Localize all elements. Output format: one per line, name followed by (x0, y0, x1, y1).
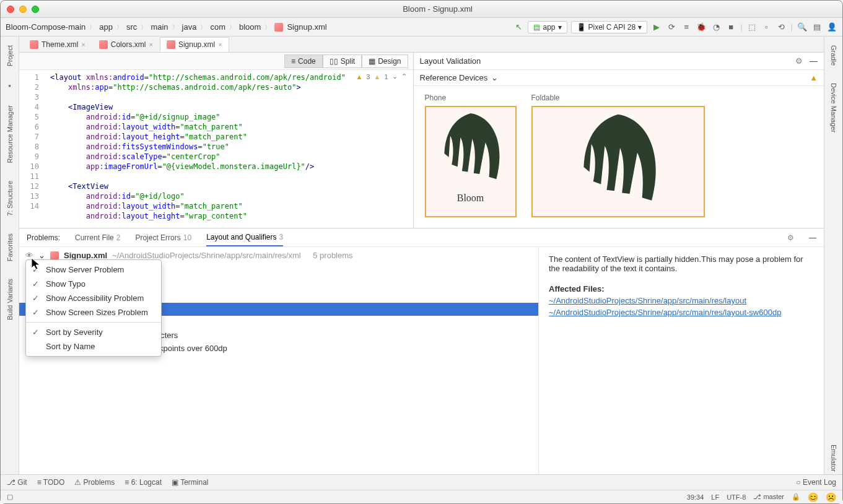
sidebar-tab-project[interactable]: Project (5, 43, 15, 69)
left-tool-gutter: Project ▪ Resource Manager 7: Structure … (1, 37, 19, 474)
hammer-icon[interactable]: ↖ (513, 22, 524, 33)
view-mode-code[interactable]: ≡ Code (284, 54, 323, 68)
inspection-happy-icon[interactable]: 😊 (808, 492, 818, 502)
inspection-sad-icon[interactable]: ☹️ (826, 492, 836, 502)
device-phone-label: Phone (425, 93, 517, 102)
cursor-icon (30, 257, 43, 272)
view-mode-split[interactable]: ▯▯ Split (323, 54, 362, 68)
xml-file-icon (274, 23, 283, 32)
close-icon[interactable]: × (81, 41, 85, 48)
git-tool[interactable]: ⎇ Git (7, 478, 27, 487)
file-encoding[interactable]: UTF-8 (727, 493, 746, 501)
maximize-window-button[interactable] (32, 6, 39, 13)
apply-changes-icon[interactable]: ⟳ (666, 22, 677, 33)
minimize-window-button[interactable] (19, 6, 27, 13)
logcat-tool[interactable]: ≡ 6: Logcat (124, 478, 162, 487)
close-icon[interactable]: × (218, 41, 222, 48)
file-tabs: Theme.xml× Colors.xml× Signup.xml× (19, 37, 824, 53)
xml-file-icon (99, 40, 108, 49)
reference-devices-label: Reference Devices (420, 73, 488, 82)
lock-icon[interactable]: 🔒 (792, 493, 800, 501)
terminal-tool[interactable]: ▣ Terminal (172, 478, 208, 487)
layout-validation-title: Layout Validation (420, 56, 481, 66)
ptab-project-errors[interactable]: Project Errors10 (135, 230, 191, 246)
xml-file-icon (50, 251, 59, 260)
sidebar-tab-resource-manager[interactable]: Resource Manager (5, 103, 15, 166)
bottom-tool-bar: ⎇ Git ≡ TODO ⚠ Problems ≡ 6: Logcat ▣ Te… (1, 474, 842, 490)
ptab-current-file[interactable]: Current File2 (75, 230, 120, 246)
ctx-menu-item[interactable]: ✓Show Typo (26, 277, 161, 291)
minimize-icon[interactable]: — (810, 56, 818, 66)
sidebar-tab-favorites[interactable]: Favorites (5, 231, 15, 264)
status-bar: ▢ 39:34 LF UTF-8 ⎇ master 🔒 😊 ☹️ (1, 490, 842, 503)
device-dropdown[interactable]: 📱Pixel C API 28▾ (571, 21, 648, 33)
account-icon[interactable]: 👤 (826, 22, 837, 33)
gear-icon[interactable]: ⚙ (795, 56, 803, 66)
sidebar-tab-device-manager[interactable]: Device Manager (829, 80, 839, 135)
device-preview-foldable[interactable] (531, 106, 705, 217)
sidebar-tab-emulator[interactable]: Emulator (829, 442, 839, 474)
close-window-button[interactable] (7, 6, 14, 13)
sdk-icon[interactable]: ▫ (761, 22, 772, 33)
chevron-up-icon[interactable]: ⌃ (401, 72, 407, 80)
code-content[interactable]: <layout xmlns:android="http://schemas.an… (44, 70, 413, 228)
leaf-icon (556, 110, 680, 215)
warning-icon: ▲ (356, 73, 362, 80)
brand-text: Bloom (457, 193, 484, 204)
git-branch[interactable]: ⎇ master (753, 493, 784, 501)
device-preview-phone[interactable]: Bloom (425, 106, 517, 217)
problems-label: Problems: (27, 233, 60, 242)
sidebar-tab-gradle[interactable]: Gradle (829, 43, 839, 68)
ctx-menu-item[interactable]: Sort by Name (26, 339, 161, 354)
ctx-menu-item[interactable]: ✓Show Server Problem (26, 263, 161, 277)
affected-file-link[interactable]: ~/AndroidStudioProjects/Shrine/app/src/m… (549, 308, 814, 317)
device-foldable-label: Foldable (531, 93, 705, 102)
titlebar: Bloom - Signup.xml (1, 1, 842, 18)
ptab-layout[interactable]: Layout and Qualifiers3 (206, 229, 283, 246)
ctx-menu-item[interactable]: ✓Sort by Severity (26, 325, 161, 339)
problems-tool[interactable]: ⚠ Problems (74, 478, 115, 487)
view-mode-design[interactable]: ▦ Design (362, 54, 408, 68)
problem-detail: The content of TextView is partially hid… (539, 247, 824, 474)
bug-icon[interactable]: 🐞 (696, 22, 707, 33)
file-tab-signup[interactable]: Signup.xml× (160, 37, 229, 52)
inspection-annotations[interactable]: ▲3 ▲1 ⌄ ⌃ (356, 72, 406, 80)
close-icon[interactable]: × (149, 41, 152, 48)
file-tab-theme[interactable]: Theme.xml× (23, 37, 92, 52)
todo-tool[interactable]: ≡ TODO (37, 478, 65, 487)
affected-file-link[interactable]: ~/AndroidStudioProjects/Shrine/app/src/m… (549, 296, 814, 305)
event-log-tool[interactable]: ○ Event Log (796, 478, 836, 487)
main-toolbar: Bloom-Compose-main〉 app〉 src〉 main〉 java… (1, 18, 842, 37)
right-tool-gutter: Gradle Device Manager Emulator (824, 37, 842, 474)
gear-icon[interactable]: ⚙ (787, 233, 794, 242)
filter-context-menu: ✓Show Server Problem✓Show Typo✓Show Acce… (25, 259, 162, 357)
breadcrumb[interactable]: Bloom-Compose-main〉 app〉 src〉 main〉 java… (6, 22, 510, 32)
file-tab-colors[interactable]: Colors.xml× (92, 37, 160, 52)
minimize-icon[interactable]: — (809, 233, 816, 242)
warning-icon: ▲ (373, 73, 380, 80)
code-editor[interactable]: ▲3 ▲1 ⌄ ⌃ 1234567891011121314 <layout xm… (19, 70, 413, 228)
line-separator[interactable]: LF (711, 493, 719, 501)
warning-icon[interactable]: ▲ (810, 73, 818, 82)
ctx-menu-item[interactable]: ✓Show Accessibility Problem (26, 291, 161, 305)
run-button[interactable]: ▶ (651, 22, 662, 33)
sync-icon[interactable]: ⟲ (776, 22, 787, 33)
profiler-icon[interactable]: ◔ (710, 22, 722, 33)
line-gutter: 1234567891011121314 (19, 70, 44, 228)
chevron-down-icon[interactable]: ⌄ (392, 72, 398, 80)
run-config-dropdown[interactable]: ▤app▾ (528, 21, 567, 33)
sidebar-tab-build-variants[interactable]: Build Variants (5, 276, 15, 323)
problem-detail-text: The content of TextView is partially hid… (549, 254, 814, 273)
ctx-menu-item[interactable]: ✓Show Screen Sizes Problem (26, 305, 161, 319)
sidebar-tab-structure[interactable]: 7: Structure (5, 178, 15, 219)
xml-file-icon (30, 40, 38, 49)
cursor-position[interactable]: 39:34 (687, 493, 704, 501)
chevron-down-icon[interactable]: ⌄ (491, 73, 498, 82)
leaf-icon (434, 110, 508, 190)
affected-files-label: Affected Files: (549, 284, 814, 293)
avd-icon[interactable]: ⬚ (746, 22, 758, 33)
search-icon[interactable]: 🔍 (797, 22, 808, 33)
settings-icon[interactable]: ▤ (811, 22, 823, 33)
attach-debugger-icon[interactable]: ≡ (681, 22, 692, 33)
stop-button[interactable]: ■ (725, 22, 736, 33)
